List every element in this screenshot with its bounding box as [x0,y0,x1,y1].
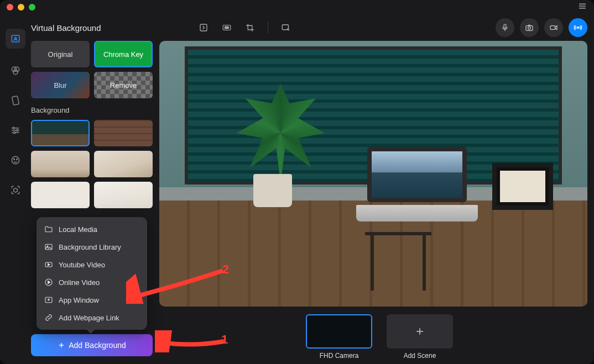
add-background-button[interactable]: Add Background [31,334,153,356]
menu-label: App Window [59,296,99,304]
scene-tile-add[interactable]: Add Scene [384,314,456,360]
background-thumb-1[interactable] [31,120,90,146]
svg-point-16 [14,159,15,160]
menu-background-library[interactable]: Background Library [37,238,147,256]
background-thumb-6[interactable] [94,182,153,208]
effect-chroma-key[interactable]: Chroma Key [94,41,153,67]
nav-rail [0,14,31,364]
background-section-label: Background [31,106,153,114]
svg-point-17 [17,159,18,160]
crop-icon[interactable] [241,19,259,36]
svg-rect-3 [12,35,19,42]
svg-point-14 [14,132,15,134]
menu-app-window[interactable]: App Window [37,291,147,309]
nav-filters[interactable] [8,63,23,78]
nav-sliders[interactable] [8,123,23,138]
button-label: Add Background [69,341,126,350]
app-window: Virtual Background HD [0,0,594,364]
mic-button[interactable] [496,18,514,37]
folder-icon [44,225,53,234]
stream-button[interactable] [569,18,587,37]
scene-label: Add Scene [404,352,436,360]
plus-icon [58,341,65,349]
effect-remove[interactable]: Remove [94,72,153,98]
background-thumb-4[interactable] [94,151,153,177]
svg-rect-18 [200,24,207,31]
background-thumb-2[interactable] [94,120,153,146]
menu-online-video[interactable]: Online Video [37,273,147,291]
scene-tile-camera[interactable]: FHD Camera [303,314,375,360]
scene-thumb [306,314,372,349]
side-panel: Original Chroma Key Blur Remove Backgrou… [31,41,153,364]
add-background-menu: Local Media Background Library Youtube V… [37,217,147,330]
preview-scene-render [159,41,587,307]
window-controls [7,4,35,10]
export-icon[interactable] [195,19,212,36]
play-circle-icon [44,278,53,287]
window-share-icon [44,296,53,304]
svg-point-24 [528,27,531,29]
close-window-button[interactable] [7,4,13,10]
effect-label: Original [48,50,73,59]
menu-label: Youtube Video [59,261,105,269]
titlebar [0,0,594,14]
svg-point-4 [14,38,16,39]
svg-rect-8 [12,96,19,105]
youtube-icon [44,260,53,269]
link-icon [44,313,53,322]
menu-icon[interactable] [577,1,587,14]
page-title: Virtual Background [31,23,101,33]
menu-label: Online Video [59,278,100,287]
menu-youtube-video[interactable]: Youtube Video [37,256,147,273]
add-scene-box [387,314,453,349]
record-button[interactable] [544,18,563,37]
effect-original[interactable]: Original [31,41,90,67]
svg-point-26 [577,27,579,29]
effect-label: Blur [54,81,66,89]
nav-ar[interactable] [8,182,23,198]
maximize-window-button[interactable] [29,4,35,10]
hd-icon[interactable]: HD [218,19,236,36]
menu-label: Background Library [59,243,121,251]
plus-icon [414,326,425,337]
menu-label: Add Webpage Link [59,314,119,322]
background-thumb-5[interactable] [31,182,90,208]
svg-rect-25 [550,26,555,30]
menu-local-media[interactable]: Local Media [37,220,147,238]
svg-point-15 [12,156,19,163]
svg-point-13 [17,129,18,131]
scene-label: FHD Camera [320,352,359,360]
annotate-icon[interactable] [277,19,295,36]
image-icon [44,242,53,251]
menu-label: Local Media [59,225,97,234]
svg-point-6 [14,67,19,71]
effect-label: Chroma Key [103,50,143,59]
nav-face[interactable] [8,152,23,168]
topbar: Virtual Background HD [31,14,587,41]
menu-add-webpage-link[interactable]: Add Webpage Link [37,309,147,326]
minimize-window-button[interactable] [18,4,24,10]
nav-virtual-background[interactable] [6,29,25,49]
snapshot-button[interactable] [520,18,539,37]
preview-canvas[interactable] [159,41,587,307]
nav-device[interactable] [8,93,23,108]
svg-point-7 [13,70,18,74]
background-thumb-3[interactable] [31,151,90,177]
effect-blur[interactable]: Blur [31,72,90,98]
divider [268,22,268,34]
svg-point-12 [13,127,14,129]
scene-strip: FHD Camera Add Scene [159,314,587,364]
svg-rect-22 [504,24,506,28]
svg-text:HD: HD [225,26,230,29]
effect-label: Remove [110,81,137,89]
